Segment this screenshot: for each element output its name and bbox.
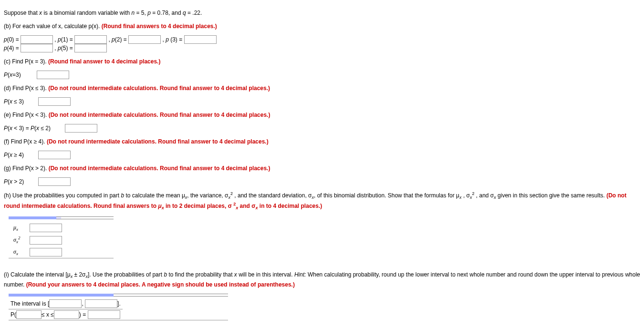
part-h: (h) Use the probabilities you computed i… [4, 191, 640, 212]
part-c-answer: P(x=3) [4, 71, 640, 79]
part-i-redhint: (Round your answers to 4 decimal places.… [26, 281, 295, 288]
part-f: (f) Find P(x ≥ 4). (Do not round interme… [4, 137, 640, 146]
p3-input[interactable] [184, 35, 217, 44]
part-f-answer: P(x ≥ 4) [4, 151, 640, 159]
part-e: (e) Find P(x < 3). (Do not round interme… [4, 111, 640, 119]
p1-input[interactable] [74, 35, 107, 44]
mu-label: μx [9, 222, 25, 234]
part-c-prompt: (c) Find P(x = 3). [4, 58, 48, 65]
h-t8: given in this section give the same resu… [496, 192, 606, 199]
stats-table-header-bar [9, 216, 114, 219]
h-t7: , and σ [474, 192, 494, 199]
part-g-hint: (Do not round intermediate calculations.… [49, 165, 270, 172]
part-g-answer: P(x > 2) [4, 177, 640, 186]
table-row: μx [9, 222, 67, 234]
p4-input[interactable] [21, 44, 53, 52]
interval-label: The interval is [, ]. [9, 298, 123, 309]
stats-table: μx σx2 σx [9, 222, 67, 258]
intro-text: Suppose that x is a binomial random vari… [4, 9, 640, 17]
part-b: (b) For each value of x, calculate p(x).… [4, 22, 640, 31]
part-d-answer: P(x ≤ 3) [4, 97, 640, 106]
interval-prob: P(≤ x ≤) = [9, 309, 123, 320]
p5-input[interactable] [74, 44, 107, 52]
part-e-prompt: (e) Find P(x < 3). [4, 112, 49, 118]
i-t3: ]. Use the probabilities of part [88, 271, 164, 278]
h-t5: of this binomial distribution. Show that… [315, 192, 459, 199]
p0-input[interactable] [21, 35, 53, 44]
interval-footer-bar [9, 320, 228, 321]
table-row: The interval is [, ]. [9, 298, 123, 309]
i-hintprefix: Hint: [294, 271, 308, 278]
p2-input[interactable] [128, 35, 161, 44]
pc-input[interactable] [37, 71, 69, 79]
h-t3: , the variance, σ [187, 192, 228, 199]
part-d-prompt: (d) Find P(x ≤ 3). [4, 85, 48, 92]
pf-input[interactable] [38, 151, 71, 159]
h-t2: to calculate the mean μ [124, 192, 185, 199]
sd-input[interactable] [30, 248, 62, 256]
part-d: (d) Find P(x ≤ 3). (Do not round interme… [4, 84, 640, 92]
pg-input[interactable] [38, 177, 71, 186]
interval-table: The interval is [, ]. P(≤ x ≤) = [9, 298, 123, 320]
part-i: (i) Calculate the interval [μx ± 2σx]. U… [4, 270, 640, 289]
pe-input[interactable] [65, 124, 97, 133]
h-h2: in to 2 decimal places, σ [164, 203, 234, 209]
part-f-prompt: (f) Find P(x ≥ 4). [4, 138, 47, 145]
part-h-prompt: (h) Use the probabilities you computed i… [4, 192, 606, 199]
part-b-hint: (Round final answers to 4 decimal places… [102, 23, 217, 30]
part-b-prompt: (b) For each value of x, calculate p(x). [4, 23, 102, 30]
h-t6: , σ [462, 192, 470, 199]
stats-table-footer-bar [9, 258, 114, 259]
h-t4: , and the standard deviation, σ [233, 192, 312, 199]
part-d-hint: (Do not round intermediate calculations.… [48, 85, 270, 92]
h-h4: in to 4 decimal places.) [258, 203, 322, 209]
h-h3: and σ [238, 203, 255, 209]
variance-input[interactable] [30, 236, 62, 245]
interval-header-bar [9, 294, 228, 297]
part-c: (c) Find P(x = 3). (Round final answer t… [4, 57, 640, 66]
part-e-answer: P(x < 3) = P(x ≤ 2) [4, 124, 640, 133]
prob-low-input[interactable] [16, 310, 42, 319]
stats-table-wrap: μx σx2 σx [9, 216, 114, 259]
pd-input[interactable] [38, 97, 71, 106]
part-b-answers: p(0) = , p(1) = , p(2) = , p (3) = p(4) … [4, 35, 640, 52]
part-e-hint: (Do not round intermediate calculations.… [49, 112, 270, 118]
interval-table-wrap: The interval is [, ]. P(≤ x ≤) = [9, 294, 228, 321]
part-c-hint: (Round final answer to 4 decimal places.… [48, 58, 160, 65]
i-t1: (i) Calculate the interval [μ [4, 271, 71, 278]
mu-input[interactable] [30, 224, 62, 232]
prob-result-input[interactable] [88, 310, 120, 319]
table-row: σx2 [9, 234, 67, 246]
interval-high-input[interactable] [85, 299, 117, 308]
part-f-hint: (Do not round intermediate calculations.… [47, 138, 269, 145]
part-g: (g) Find P(x > 2). (Do not round interme… [4, 164, 640, 173]
interval-low-input[interactable] [49, 299, 82, 308]
prob-high-input[interactable] [54, 310, 79, 319]
h-hmu: μ [158, 203, 161, 209]
h-t1: (h) Use the probabilities you computed i… [4, 192, 121, 199]
part-g-prompt: (g) Find P(x > 2). [4, 165, 49, 172]
variance-label: σx2 [9, 234, 25, 246]
i-t5: will be in this interval. [237, 271, 294, 278]
i-t2: ± 2σ [73, 271, 85, 278]
i-t4: to find the probability that [167, 271, 234, 278]
table-row: σx [9, 246, 67, 258]
sd-label: σx [9, 246, 25, 258]
table-row: P(≤ x ≤) = [9, 309, 123, 320]
